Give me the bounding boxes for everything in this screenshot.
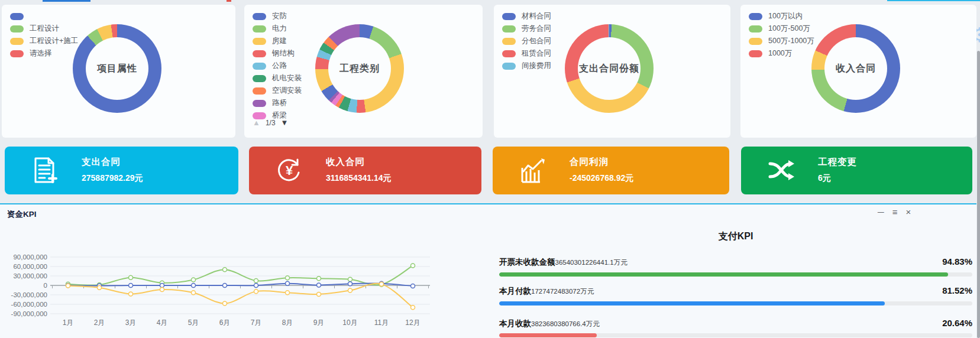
legend-swatch-icon <box>253 87 266 95</box>
legend-item[interactable]: 劳务合同 <box>502 22 551 35</box>
legend-label: 路桥 <box>272 98 287 108</box>
legend-item[interactable]: 电力 <box>253 22 302 35</box>
legend: 工程设计工程设计+施工请选择 <box>10 10 78 60</box>
legend-swatch-icon <box>253 38 266 45</box>
card-title: 合同利润 <box>570 156 633 168</box>
legend-item[interactable]: 工程设计 <box>10 22 78 35</box>
legend-item[interactable]: 租赁合同 <box>502 47 551 60</box>
legend-swatch-icon <box>749 13 762 20</box>
legend-swatch-icon <box>253 100 266 107</box>
legend-swatch-icon <box>749 50 762 57</box>
donut-center: 项目属性 <box>86 37 148 100</box>
legend-pager: ▲ 1/3 ▼ <box>253 118 288 127</box>
pager-down-icon[interactable]: ▼ <box>281 118 289 127</box>
legend-item[interactable]: 工程设计+施工 <box>10 35 78 47</box>
legend-label: 安防 <box>272 11 287 21</box>
kpi-progress-track <box>499 301 972 306</box>
legend-item[interactable]: 空调安装 <box>253 84 302 97</box>
income-contract-card[interactable]: ¥ 收入合同 3116854341.14元 <box>249 147 481 194</box>
legend-label: 机电安装 <box>272 73 302 83</box>
legend-label: 房建 <box>272 36 287 46</box>
pay-kpi-section: 支付KPI 开票未收款金额36540301226441.1万元94.83%本月付… <box>499 204 972 338</box>
pay-kpi-row: 本月付款1727472483072万元81.52% <box>499 285 972 297</box>
legend-swatch-icon <box>253 25 266 32</box>
shuffle-icon <box>767 156 795 184</box>
chart-growth-icon <box>519 156 547 184</box>
legend-swatch-icon <box>253 50 266 57</box>
contract-profit-card[interactable]: 合同利润 -245026768.92元 <box>493 147 729 194</box>
pager-up-icon[interactable]: ▲ <box>253 118 260 127</box>
donut-center: 收入合同 <box>824 37 887 100</box>
kpi-label: 本月收款 <box>499 319 531 328</box>
card-title: 收入合同 <box>326 156 392 168</box>
kpi-percent: 81.52% <box>942 285 972 295</box>
legend-label: 100万以内 <box>768 11 803 21</box>
legend-label: 1000万 <box>768 48 792 58</box>
refresh-yen-icon: ¥ <box>275 156 303 184</box>
project-attribute-panel: 工程设计工程设计+施工请选择 项目属性 <box>2 5 235 138</box>
card-value: -245026768.92元 <box>570 173 633 184</box>
legend-swatch-icon <box>10 50 24 57</box>
legend-item[interactable]: 房建 <box>253 35 302 47</box>
card-value: 275887982.29元 <box>82 173 143 184</box>
legend-label: 钢结构 <box>272 48 295 58</box>
legend-label: 100万-500万 <box>768 24 810 34</box>
donut-title: 工程类别 <box>339 63 380 75</box>
legend-item[interactable] <box>10 10 78 22</box>
legend-swatch-icon <box>253 13 266 20</box>
kpi-value: 3823680380766.4万元 <box>531 320 600 327</box>
legend-swatch-icon <box>749 25 762 32</box>
legend-swatch-icon <box>749 38 762 45</box>
legend-item[interactable]: 公路 <box>253 60 302 72</box>
legend-swatch-icon <box>10 13 24 20</box>
kpi-percent: 20.64% <box>942 318 972 328</box>
pager-label: 1/3 <box>266 119 276 127</box>
legend-item[interactable]: 钢结构 <box>253 47 302 60</box>
kpi-label: 开票未收款金额 <box>499 258 555 266</box>
legend-label: 间接费用 <box>522 61 551 71</box>
kpi-progress-track <box>499 333 972 337</box>
legend-item[interactable]: 路桥 <box>253 97 302 109</box>
legend: 安防电力房建钢结构公路机电安装空调安装路桥桥梁 <box>253 10 302 122</box>
legend-item[interactable]: 分包合同 <box>502 35 551 47</box>
legend-swatch-icon <box>253 63 266 70</box>
legend-label: 工程设计 <box>30 24 59 34</box>
card-value: 6元 <box>818 173 857 184</box>
legend-swatch-icon <box>502 63 516 70</box>
legend-item[interactable]: 材料合同 <box>502 10 551 22</box>
pay-kpi-row: 本月收款3823680380766.4万元20.64% <box>499 318 972 329</box>
legend-label: 电力 <box>272 24 287 34</box>
legend-label: 材料合同 <box>522 11 551 21</box>
legend-item[interactable]: 请选择 <box>10 47 78 60</box>
legend-label: 分包合同 <box>522 36 551 46</box>
legend-item[interactable]: 间接费用 <box>502 60 551 72</box>
legend-swatch-icon <box>502 25 516 32</box>
donut-title: 项目属性 <box>97 63 137 75</box>
legend-item[interactable]: 100万以内 <box>749 10 814 22</box>
legend-item[interactable]: 安防 <box>253 10 302 22</box>
legend-swatch-icon <box>502 38 516 45</box>
legend-label: 劳务合同 <box>522 24 551 34</box>
donut-center: 工程类别 <box>328 37 391 100</box>
vertical-scrollbar[interactable] <box>977 51 980 338</box>
legend-item[interactable]: 机电安装 <box>253 72 302 84</box>
legend-item[interactable]: 1000万 <box>749 47 814 60</box>
kpi-progress-fill <box>499 272 948 277</box>
pay-kpi-row: 开票未收款金额36540301226441.1万元94.83% <box>499 256 972 268</box>
legend-item[interactable]: 500万-1000万 <box>749 35 814 47</box>
expense-contract-card[interactable]: 支出合同 275887982.29元 <box>5 147 238 194</box>
fund-kpi-title: 资金KPI <box>7 209 37 220</box>
kpi-progress-track <box>499 272 972 277</box>
project-change-card[interactable]: 工程变更 6元 <box>741 147 972 194</box>
card-title: 支出合同 <box>82 156 143 168</box>
dashboard: ⚙ 工程设计工程设计+施工请选择 项目属性 安防电力房建钢结构公路机电安装空调安… <box>0 0 980 338</box>
legend-item[interactable]: 100万-500万 <box>749 22 814 35</box>
kpi-value: 1727472483072万元 <box>531 288 594 295</box>
legend: 100万以内100万-500万500万-1000万1000万 <box>749 10 814 60</box>
legend-swatch-icon <box>502 13 516 20</box>
document-plus-icon <box>31 156 59 184</box>
project-category-panel: 安防电力房建钢结构公路机电安装空调安装路桥桥梁 工程类别 ▲ 1/3 ▼ <box>244 5 483 138</box>
card-value: 3116854341.14元 <box>326 173 392 184</box>
kpi-progress-fill <box>499 333 597 337</box>
legend-swatch-icon <box>502 50 516 57</box>
